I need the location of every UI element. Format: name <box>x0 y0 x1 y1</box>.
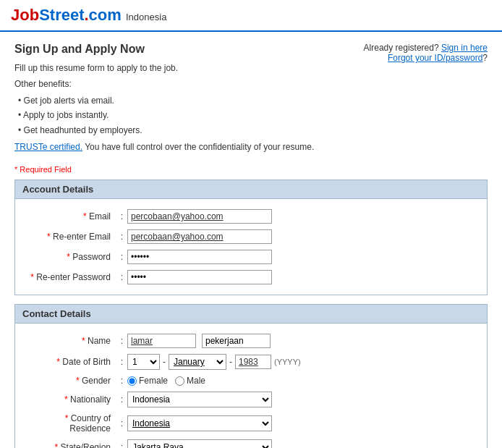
account-details-header: Account Details <box>14 179 488 199</box>
state-row: * State/Region : Jakarta Raya <box>15 436 487 448</box>
intro-right: Already registered? Sign in here Forgot … <box>349 43 488 156</box>
re-password-row: * Re-enter Password : <box>15 267 487 287</box>
re-password-field-container <box>127 270 480 284</box>
country-select[interactable]: Indonesia <box>127 415 272 431</box>
email-separator: : <box>116 211 127 221</box>
re-email-separator: : <box>116 232 127 242</box>
dob-separator: : <box>116 357 127 367</box>
trust-text: You have full control over the confident… <box>82 142 314 152</box>
re-email-label: * Re-enter Email <box>22 232 116 242</box>
logo: JobStreet.com Indonesia <box>11 12 166 22</box>
state-field-container: Jakarta Raya <box>127 439 480 448</box>
benefit-2: Apply to jobs instantly. <box>18 108 349 122</box>
logo-country: Indonesia <box>126 12 166 22</box>
gender-male-label[interactable]: Male <box>175 376 205 386</box>
benefit-3: Get headhunted by employers. <box>18 123 349 138</box>
dob-dash1: - <box>163 357 166 367</box>
re-email-field-container <box>127 229 480 244</box>
contact-details-header: Contact Details <box>14 304 488 324</box>
intro-description: Fill up this resume form to apply to the… <box>14 62 349 75</box>
already-registered-text: Already registered? Sign in here <box>364 43 488 53</box>
password-row: * Password : <box>15 247 487 267</box>
nationality-row: * Nationality : Indonesia <box>15 389 487 410</box>
last-name-input[interactable] <box>202 334 271 348</box>
forgot-password-link[interactable]: Forgot your ID/password <box>388 53 482 63</box>
gender-label: * Gender <box>22 376 116 386</box>
state-label: * State/Region <box>22 442 116 448</box>
email-input[interactable] <box>127 209 272 224</box>
page-title: Sign Up and Apply Now <box>14 43 349 56</box>
gender-female-label[interactable]: Female <box>127 376 168 386</box>
nationality-field-container: Indonesia <box>127 392 480 407</box>
country-separator: : <box>116 418 127 428</box>
benefit-1: Get job alerts via email. <box>18 93 349 108</box>
password-field-container <box>127 250 480 264</box>
dob-day-select[interactable]: 1 <box>127 354 160 370</box>
forgot-password-line: Forgot your ID/password? <box>364 53 488 63</box>
gender-female-radio[interactable] <box>127 376 137 386</box>
name-separator: : <box>116 336 127 346</box>
nationality-select[interactable]: Indonesia <box>127 392 272 407</box>
re-email-row: * Re-enter Email : <box>15 227 487 247</box>
benefits-list: Get job alerts via email. Apply to jobs … <box>18 93 349 138</box>
header: JobStreet.com Indonesia <box>0 0 502 32</box>
state-separator: : <box>116 442 127 448</box>
password-separator: : <box>116 252 127 262</box>
password-label: * Password <box>22 252 116 262</box>
name-field-container <box>127 334 480 348</box>
country-label: * Country of Residence <box>22 413 116 434</box>
gender-field-container: Female Male <box>127 376 480 386</box>
dob-label: * Date of Birth <box>22 357 116 367</box>
email-row: * Email : <box>15 206 487 227</box>
re-password-separator: : <box>116 272 127 282</box>
dob-year-input[interactable] <box>235 355 271 369</box>
dob-row: * Date of Birth : 1 - January - (YYYY) <box>15 351 487 373</box>
re-password-label: * Re-enter Password <box>22 272 116 282</box>
main-content: Sign Up and Apply Now Fill up this resum… <box>0 32 502 448</box>
state-select[interactable]: Jakarta Raya <box>127 439 272 448</box>
gender-male-text: Male <box>187 376 205 386</box>
logo-com: com <box>89 6 122 24</box>
gender-female-text: Female <box>139 376 168 386</box>
dob-field-container: 1 - January - (YYYY) <box>127 354 480 370</box>
account-details-section: * Email : * Re-enter Email : * Password … <box>14 199 488 295</box>
country-field-container: Indonesia <box>127 415 480 431</box>
gender-male-radio[interactable] <box>175 376 184 386</box>
re-password-input[interactable] <box>127 270 272 284</box>
email-field-container <box>127 209 480 224</box>
gender-row: * Gender : Female Male <box>15 373 487 389</box>
benefits-label: Other benefits: <box>14 77 349 90</box>
intro-left: Sign Up and Apply Now Fill up this resum… <box>14 43 349 156</box>
country-row: * Country of Residence : Indonesia <box>15 410 487 436</box>
re-email-input[interactable] <box>127 229 272 244</box>
required-note: * Required Field <box>14 165 488 174</box>
trust-line: TRUSTe certified. You have full control … <box>14 140 349 153</box>
truste-link[interactable]: TRUSTe certified. <box>14 142 82 152</box>
name-row: * Name : <box>15 331 487 351</box>
intro-section: Sign Up and Apply Now Fill up this resum… <box>14 43 488 156</box>
dob-dash2: - <box>229 357 232 367</box>
sign-in-link[interactable]: Sign in here <box>441 43 488 53</box>
nationality-separator: : <box>116 394 127 405</box>
dob-format-label: (YYYY) <box>274 358 301 366</box>
password-input[interactable] <box>127 250 272 264</box>
name-label: * Name <box>22 336 116 346</box>
first-name-input[interactable] <box>127 334 196 348</box>
logo-job: Job <box>11 6 39 24</box>
contact-details-section: * Name : * Date of Birth : 1 - <box>14 324 488 448</box>
logo-street: Street <box>39 6 84 24</box>
nationality-label: * Nationality <box>22 394 116 405</box>
email-label: * Email <box>22 211 116 221</box>
gender-separator: : <box>116 376 127 386</box>
dob-month-select[interactable]: January <box>169 354 226 370</box>
